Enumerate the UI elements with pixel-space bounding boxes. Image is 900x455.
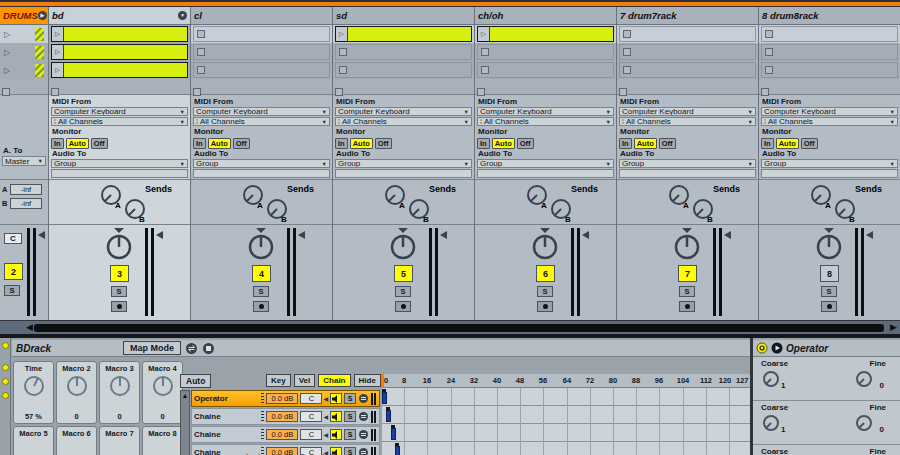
track-header[interactable]: cl	[191, 7, 332, 25]
clip[interactable]: ▷	[477, 26, 614, 42]
chain-view-toggle[interactable]	[2, 378, 9, 385]
chain-solo-button[interactable]: S	[344, 411, 356, 422]
audio-to-chooser[interactable]: Group▼	[51, 159, 188, 168]
play-icon[interactable]: ▷	[4, 48, 10, 57]
coarse-knob[interactable]	[761, 370, 781, 390]
midi-channel-chooser[interactable]: ⁞All Channels▼	[335, 117, 472, 126]
monitor-auto-button[interactable]: Auto	[208, 138, 231, 149]
chain-volume[interactable]: 0.0 dB	[266, 429, 298, 440]
clip-slot[interactable]: ▷	[475, 25, 616, 43]
group-output-chooser[interactable]: Master▼	[2, 156, 46, 166]
audio-to-sub-chooser[interactable]	[619, 169, 756, 178]
arm-button[interactable]	[821, 301, 837, 312]
midi-from-chooser[interactable]: Computer Keyboard▼	[477, 107, 614, 116]
play-icon[interactable]: ▷	[4, 30, 10, 39]
chain-solo-button[interactable]: S	[344, 393, 356, 404]
clip-stop-button[interactable]	[339, 48, 347, 56]
sends-knobs[interactable]: A B Sends	[191, 180, 333, 225]
clip-slot[interactable]	[191, 61, 332, 79]
clip-slot[interactable]	[617, 43, 758, 61]
midi-from-chooser[interactable]: Computer Keyboard▼	[761, 107, 898, 116]
group-pan-control[interactable]: C	[4, 233, 22, 244]
track-header[interactable]: sd	[333, 7, 474, 25]
clip-slot[interactable]: ▷	[49, 43, 190, 61]
macro-knob[interactable]	[21, 373, 47, 399]
solo-button[interactable]: S	[679, 286, 695, 297]
clip-stop-button[interactable]	[623, 30, 631, 38]
track-activator[interactable]: 7	[678, 265, 697, 282]
midi-from-chooser[interactable]: Computer Keyboard▼	[335, 107, 472, 116]
sends-knobs[interactable]: A B Sends	[49, 180, 191, 225]
monitor-in-button[interactable]: In	[335, 138, 348, 149]
stop-slot[interactable]	[333, 79, 474, 94]
monitor-auto-button[interactable]: Auto	[776, 138, 799, 149]
stop-slot[interactable]	[49, 79, 190, 94]
chain-pan[interactable]: C	[300, 393, 322, 404]
monitor-off-button[interactable]: Off	[375, 138, 392, 149]
clip-slot[interactable]	[617, 25, 758, 43]
device-fold-icon[interactable]	[771, 342, 783, 354]
scrollbar-thumb[interactable]	[34, 324, 884, 332]
chain-mute-button[interactable]	[330, 411, 342, 422]
midi-channel-chooser[interactable]: ⁞All Channels▼	[193, 117, 330, 126]
audio-to-sub-chooser[interactable]	[51, 169, 188, 178]
solo-button[interactable]: S	[537, 286, 553, 297]
rack-activator-led[interactable]	[2, 342, 9, 349]
pan-knob[interactable]	[101, 227, 137, 263]
volume-handle[interactable]	[724, 231, 731, 239]
send-a-value[interactable]: -inf	[10, 184, 42, 195]
save-preset-icon[interactable]	[202, 342, 215, 355]
midi-from-chooser[interactable]: Computer Keyboard▼	[193, 107, 330, 116]
midi-channel-chooser[interactable]: ⁞All Channels▼	[477, 117, 614, 126]
monitor-in-button[interactable]: In	[51, 138, 64, 149]
stop-slot[interactable]	[191, 79, 332, 94]
clip-stop-button[interactable]	[765, 66, 773, 74]
scroll-left-icon[interactable]: ◀	[26, 322, 33, 332]
send-b-value[interactable]: -inf	[10, 198, 42, 209]
chain-pan[interactable]: C	[300, 411, 322, 422]
audio-to-sub-chooser[interactable]	[335, 169, 472, 178]
play-icon[interactable]: ▷	[4, 66, 10, 75]
device-activator-icon[interactable]	[756, 342, 768, 354]
midi-from-chooser[interactable]: Computer Keyboard▼	[619, 107, 756, 116]
scroll-up-icon[interactable]: ▲	[182, 392, 189, 399]
auto-select-button[interactable]: Auto	[180, 374, 211, 388]
audio-to-sub-chooser[interactable]	[761, 169, 898, 178]
clip-slot[interactable]	[759, 61, 900, 79]
vel-filter-button[interactable]: Vel	[294, 374, 316, 387]
solo-button[interactable]: S	[395, 286, 411, 297]
chain-hot-swap-button[interactable]	[358, 393, 369, 404]
chain-solo-button[interactable]: S	[344, 429, 356, 440]
hide-filter-button[interactable]: Hide	[354, 374, 381, 387]
macro-knob[interactable]	[150, 373, 176, 399]
monitor-auto-button[interactable]: Auto	[66, 138, 89, 149]
group-track-activator[interactable]: 2	[4, 263, 23, 280]
clip-stop-button[interactable]	[335, 88, 343, 96]
pan-knob[interactable]	[527, 227, 563, 263]
volume-handle[interactable]	[866, 231, 873, 239]
monitor-auto-button[interactable]: Auto	[634, 138, 657, 149]
clip-slot[interactable]	[333, 43, 474, 61]
volume-handle[interactable]	[440, 231, 447, 239]
midi-channel-chooser[interactable]: ⁞All Channels▼	[51, 117, 188, 126]
zone-position-marker[interactable]	[381, 374, 384, 388]
track-fold-icon[interactable]: ▼	[178, 11, 187, 20]
horizontal-scrollbar[interactable]: ◀ ▶	[0, 320, 900, 334]
hot-swap-icon[interactable]	[185, 342, 198, 355]
macro-view-toggle[interactable]	[2, 364, 9, 371]
clip-slot[interactable]	[191, 25, 332, 43]
audio-to-chooser[interactable]: Group▼	[761, 159, 898, 168]
group-stop-slot[interactable]	[0, 79, 48, 94]
audio-to-sub-chooser[interactable]	[193, 169, 330, 178]
clip-slot[interactable]	[475, 61, 616, 79]
group-fold-icon[interactable]: ▶	[38, 11, 47, 20]
group-clip-slot[interactable]: ▷	[0, 61, 48, 79]
pan-knob[interactable]	[669, 227, 705, 263]
clip-slot[interactable]	[759, 25, 900, 43]
key-zone-editor[interactable]	[381, 388, 750, 455]
clip-stop-button[interactable]	[51, 88, 59, 96]
scroll-right-icon[interactable]: ▶	[890, 322, 897, 332]
stop-slot[interactable]	[617, 79, 758, 94]
clip-slot[interactable]	[191, 43, 332, 61]
monitor-auto-button[interactable]: Auto	[350, 138, 373, 149]
